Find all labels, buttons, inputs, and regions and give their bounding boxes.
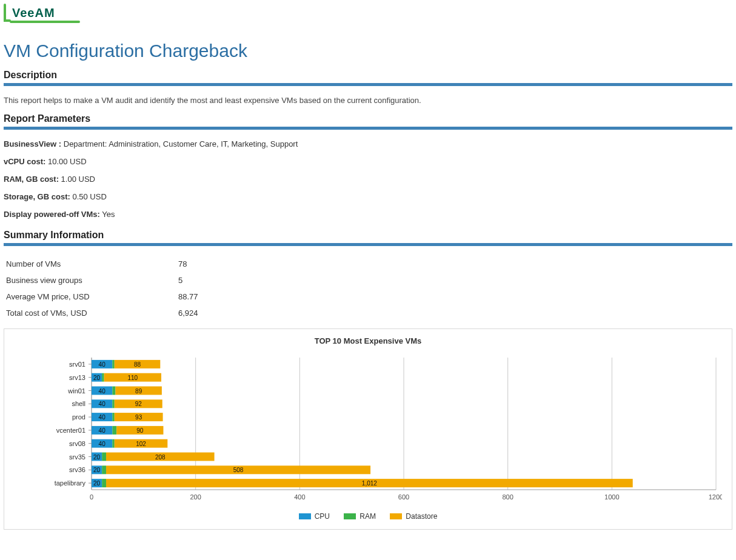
svg-text:800: 800 bbox=[502, 493, 513, 501]
svg-text:89: 89 bbox=[135, 388, 142, 395]
svg-text:40: 40 bbox=[99, 388, 106, 395]
param-label: vCPU cost: bbox=[4, 157, 45, 166]
param-value: 1.00 USD bbox=[59, 175, 95, 184]
svg-text:srv35: srv35 bbox=[69, 453, 85, 461]
svg-text:40: 40 bbox=[99, 427, 106, 434]
svg-text:88: 88 bbox=[134, 361, 141, 368]
svg-text:40: 40 bbox=[99, 441, 106, 447]
legend-label: RAM bbox=[360, 512, 376, 521]
page-title: VM Configuration Chargeback bbox=[4, 41, 732, 61]
svg-text:110: 110 bbox=[127, 375, 138, 381]
param-value: Department: Administration, Customer Car… bbox=[61, 139, 298, 148]
svg-text:40: 40 bbox=[99, 401, 106, 407]
svg-rect-36 bbox=[112, 387, 115, 395]
chart-legend: CPU RAM Datastore bbox=[13, 512, 723, 521]
summary-heading: Summary Information bbox=[4, 230, 732, 241]
chart-container: TOP 10 Most Expensive VMs 02004006008001… bbox=[4, 328, 732, 530]
svg-rect-22 bbox=[112, 360, 114, 368]
svg-text:600: 600 bbox=[398, 493, 409, 501]
param-label: BusinessView : bbox=[4, 139, 61, 148]
svg-text:1000: 1000 bbox=[604, 493, 619, 501]
summary-value: 6,924 bbox=[176, 305, 222, 321]
svg-text:tapelibrary: tapelibrary bbox=[55, 479, 86, 487]
legend-swatch-datastore bbox=[390, 513, 402, 519]
param-value: 0.50 USD bbox=[70, 192, 107, 201]
svg-text:prod: prod bbox=[72, 413, 85, 421]
section-rule bbox=[4, 83, 732, 86]
svg-text:92: 92 bbox=[135, 401, 142, 407]
svg-text:208: 208 bbox=[155, 454, 166, 461]
chart-title: TOP 10 Most Expensive VMs bbox=[13, 336, 723, 345]
svg-rect-64 bbox=[112, 439, 114, 448]
summary-value: 78 bbox=[176, 256, 222, 272]
summary-label: Number of VMs bbox=[4, 256, 176, 272]
parameters-heading: Report Parameters bbox=[4, 113, 732, 124]
svg-text:90: 90 bbox=[136, 427, 144, 434]
svg-text:40: 40 bbox=[99, 361, 106, 368]
svg-text:srv08: srv08 bbox=[69, 440, 85, 447]
svg-text:0: 0 bbox=[90, 493, 93, 501]
legend-swatch-ram bbox=[344, 513, 356, 519]
svg-text:20: 20 bbox=[93, 467, 101, 473]
svg-text:vcenter01: vcenter01 bbox=[56, 427, 85, 434]
summary-row: Total cost of VMs, USD6,924 bbox=[4, 305, 222, 321]
svg-rect-43 bbox=[112, 399, 114, 408]
summary-label: Average VM price, USD bbox=[4, 288, 176, 305]
summary-value: 88.77 bbox=[176, 288, 222, 305]
svg-text:20: 20 bbox=[93, 454, 101, 461]
legend-label: Datastore bbox=[406, 512, 437, 521]
param-row: vCPU cost: 10.00 USD bbox=[4, 157, 732, 166]
legend-label: CPU bbox=[315, 512, 330, 521]
description-heading: Description bbox=[4, 70, 732, 81]
param-row: Display powered-off VMs: Yes bbox=[4, 210, 732, 219]
summary-table: Number of VMs78 Business view groups5 Av… bbox=[4, 256, 222, 321]
svg-text:102: 102 bbox=[136, 441, 146, 447]
svg-rect-57 bbox=[112, 426, 116, 435]
svg-text:400: 400 bbox=[294, 493, 305, 501]
svg-rect-50 bbox=[112, 413, 114, 421]
summary-row: Business view groups5 bbox=[4, 272, 222, 288]
legend-item-ram: RAM bbox=[344, 512, 376, 521]
svg-rect-78 bbox=[102, 465, 106, 474]
summary-row: Average VM price, USD88.77 bbox=[4, 288, 222, 305]
param-label: Display powered-off VMs: bbox=[4, 210, 100, 219]
svg-text:VeeAM: VeeAM bbox=[12, 6, 55, 19]
param-label: Storage, GB cost: bbox=[4, 192, 70, 201]
param-row: BusinessView : Department: Administratio… bbox=[4, 139, 732, 148]
summary-label: Business view groups bbox=[4, 272, 176, 288]
svg-rect-85 bbox=[102, 479, 106, 487]
svg-rect-29 bbox=[102, 373, 104, 382]
legend-item-datastore: Datastore bbox=[390, 512, 437, 521]
svg-text:win01: win01 bbox=[67, 387, 85, 395]
param-row: Storage, GB cost: 0.50 USD bbox=[4, 192, 732, 201]
top10-bar-chart: 020040060080010001200srv014088srv1320110… bbox=[13, 354, 722, 505]
svg-text:1200: 1200 bbox=[709, 493, 722, 501]
legend-item-cpu: CPU bbox=[299, 512, 330, 521]
svg-text:shell: shell bbox=[72, 400, 85, 407]
section-rule bbox=[4, 243, 732, 246]
summary-row: Number of VMs78 bbox=[4, 256, 222, 272]
svg-text:93: 93 bbox=[135, 414, 142, 421]
svg-text:srv01: srv01 bbox=[69, 361, 85, 368]
summary-value: 5 bbox=[176, 272, 222, 288]
svg-text:40: 40 bbox=[99, 414, 106, 421]
svg-rect-71 bbox=[102, 453, 106, 461]
svg-text:20: 20 bbox=[93, 480, 101, 487]
param-value: Yes bbox=[100, 210, 115, 219]
svg-text:20: 20 bbox=[93, 375, 101, 381]
svg-text:1,012: 1,012 bbox=[362, 480, 377, 487]
veeam-logo: VeeAM bbox=[4, 4, 732, 26]
svg-text:508: 508 bbox=[233, 467, 244, 473]
param-value: 10.00 USD bbox=[45, 157, 86, 166]
summary-label: Total cost of VMs, USD bbox=[4, 305, 176, 321]
param-label: RAM, GB cost: bbox=[4, 175, 59, 184]
svg-text:srv36: srv36 bbox=[69, 466, 85, 473]
legend-swatch-cpu bbox=[299, 513, 311, 519]
param-row: RAM, GB cost: 1.00 USD bbox=[4, 175, 732, 184]
svg-rect-1 bbox=[10, 21, 80, 23]
svg-text:srv13: srv13 bbox=[69, 374, 85, 381]
chart-plot-area: 020040060080010001200srv014088srv1320110… bbox=[13, 354, 723, 505]
parameters-list: BusinessView : Department: Administratio… bbox=[4, 139, 732, 219]
svg-text:200: 200 bbox=[190, 493, 201, 501]
section-rule bbox=[4, 127, 732, 130]
